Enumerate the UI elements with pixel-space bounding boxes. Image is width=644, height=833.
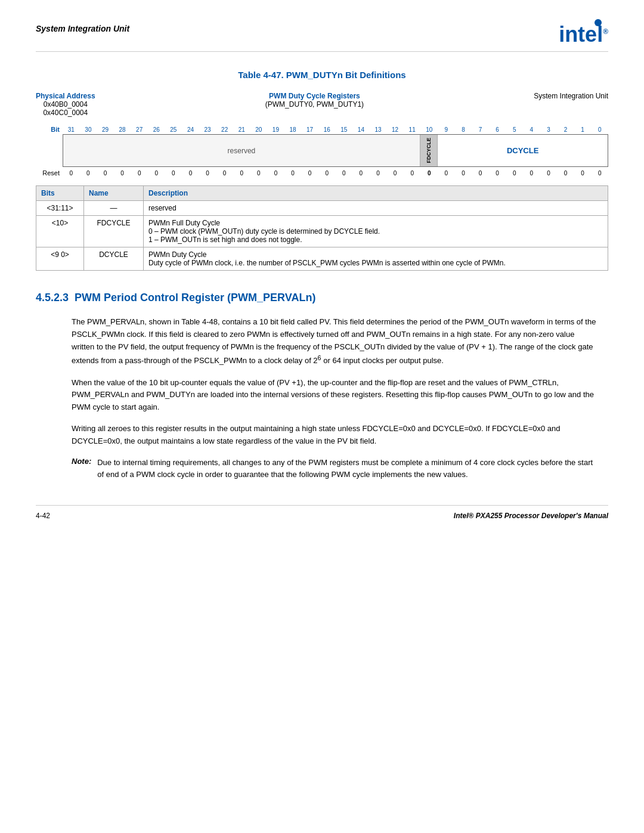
bit-num-11: 11: [404, 126, 421, 133]
r29: 0: [97, 170, 114, 176]
pwm-duty-label: PWM Duty Cycle Registers: [265, 92, 364, 100]
r0: 0: [591, 170, 608, 176]
bit-num-19: 19: [267, 126, 284, 133]
r1: 0: [574, 170, 592, 176]
bit-num-24: 24: [182, 126, 199, 133]
bit-num-12: 12: [386, 126, 404, 133]
r28: 0: [114, 170, 131, 176]
col-header-bits: Bits: [36, 186, 84, 201]
bit-num-31: 31: [63, 126, 80, 133]
bit-num-10: 10: [420, 126, 438, 133]
cell-dcycle: DCYCLE: [438, 135, 608, 166]
desc-line-2b: Duty cycle of PWMn clock, i.e. the numbe…: [148, 259, 603, 267]
section-number: 4.5.2.3: [36, 292, 69, 304]
r25: 0: [165, 170, 182, 176]
table-row: <31:11> — reserved: [36, 201, 608, 216]
r8: 0: [455, 170, 472, 176]
bits-cell-2: <9 0>: [36, 247, 84, 271]
page: System Integration Unit intel® Table 4-4…: [0, 0, 644, 544]
r22: 0: [216, 170, 233, 176]
name-cell-0: —: [84, 201, 144, 216]
r14: 0: [352, 170, 370, 176]
r7: 0: [472, 170, 489, 176]
col-header-desc: Description: [144, 186, 608, 201]
description-table: Bits Name Description <31:11> — reserved…: [36, 185, 608, 271]
r20: 0: [250, 170, 268, 176]
bit-numbers-container: 31 30 29 28 27 26 25 24 23 22 21 20 19 1…: [63, 126, 608, 133]
bit-num-14: 14: [352, 126, 370, 133]
r19: 0: [267, 170, 284, 176]
desc-cell-0: reserved: [144, 201, 608, 216]
bit-num-28: 28: [114, 126, 131, 133]
physical-address-value2: 0x40C0_0004: [36, 109, 95, 117]
r31: 0: [63, 170, 80, 176]
page-footer: 4-42 Intel® PXA255 Processor Developer's…: [36, 505, 608, 520]
r24: 0: [182, 170, 199, 176]
bit-num-21: 21: [233, 126, 250, 133]
section-header: 4.5.2.3 PWM Period Control Register (PWM…: [36, 292, 608, 304]
reset-cells: 0 0 0 0 0 0 0 0 0 0 0 0 0 0 0 0 0 0 0 0 …: [63, 170, 608, 176]
note-block: Note: Due to internal timing requirement…: [72, 457, 596, 482]
r26: 0: [148, 170, 165, 176]
bits-cell-1: <10>: [36, 216, 84, 247]
body-paragraph-2: When the value of the 10 bit up-counter …: [72, 377, 596, 414]
r3: 0: [540, 170, 558, 176]
footer-document-title: Intel® PXA255 Processor Developer's Manu…: [454, 512, 608, 520]
r13: 0: [370, 170, 387, 176]
desc-cell-2: PWMn Duty Cycle Duty cycle of PWMn clock…: [144, 247, 608, 271]
section-title: PWM Period Control Register (PWM_PERVALn…: [75, 292, 315, 304]
r18: 0: [284, 170, 302, 176]
r10: 0: [420, 170, 438, 176]
page-header: System Integration Unit intel®: [36, 24, 608, 52]
name-cell-1: FDCYCLE: [84, 216, 144, 247]
cell-reserved: reserved: [63, 135, 420, 166]
bit-num-3: 3: [540, 126, 558, 133]
bit-num-26: 26: [148, 126, 165, 133]
bit-num-13: 13: [370, 126, 387, 133]
bit-num-17: 17: [301, 126, 318, 133]
register-visual: reserved FDCYCLE DCYCLE: [63, 134, 608, 167]
name-cell-2: DCYCLE: [84, 247, 144, 271]
bit-num-5: 5: [506, 126, 523, 133]
bit-label: Bit: [36, 126, 63, 133]
body-paragraph-3: Writing all zeroes to this register resu…: [72, 423, 596, 448]
bit-numbers-row: Bit 31 30 29 28 27 26 25 24 23 22 21 20 …: [36, 126, 608, 133]
bit-num-8: 8: [455, 126, 472, 133]
pwm-duty-block: PWM Duty Cycle Registers (PWM_DUTY0, PWM…: [265, 92, 364, 109]
bit-num-1: 1: [574, 126, 592, 133]
r17: 0: [301, 170, 318, 176]
bit-num-0: 0: [591, 126, 608, 133]
desc-line-1c: 1 – PWM_OUTn is set high and does not to…: [148, 236, 603, 244]
desc-cell-1: PWMn Full Duty Cycle 0 – PWM clock (PWM_…: [144, 216, 608, 247]
sys-int-block: System Integration Unit: [534, 92, 608, 100]
header-title: System Integration Unit: [36, 24, 129, 33]
reset-label: Reset: [36, 169, 63, 176]
register-visual-row: reserved FDCYCLE DCYCLE: [36, 134, 608, 167]
r2: 0: [557, 170, 574, 176]
bit-num-7: 7: [472, 126, 489, 133]
bit-num-15: 15: [336, 126, 353, 133]
physical-address-label: Physical Address: [36, 92, 95, 100]
pwm-duty-value: (PWM_DUTY0, PWM_DUTY1): [265, 100, 364, 109]
bit-num-2: 2: [557, 126, 574, 133]
bit-num-20: 20: [250, 126, 268, 133]
bit-num-30: 30: [80, 126, 97, 133]
bits-cell-0: <31:11>: [36, 201, 84, 216]
r16: 0: [318, 170, 336, 176]
bit-num-9: 9: [438, 126, 455, 133]
r6: 0: [489, 170, 506, 176]
reset-row: Reset 0 0 0 0 0 0 0 0 0 0 0 0 0 0 0 0 0 …: [36, 169, 608, 176]
footer-page-number: 4-42: [36, 512, 50, 520]
r5: 0: [506, 170, 523, 176]
note-text: Due to internal timing requirements, all…: [97, 457, 596, 482]
r30: 0: [80, 170, 97, 176]
table-title: Table 4-47. PWM_DUTYn Bit Definitions: [36, 70, 608, 80]
desc-line-1b: 0 – PWM clock (PWM_OUTn) duty cycle is d…: [148, 227, 603, 236]
physical-address-block: Physical Address 0x40B0_0004 0x40C0_0004: [36, 92, 95, 117]
r11: 0: [404, 170, 421, 176]
bit-num-6: 6: [489, 126, 506, 133]
cell-fdcycle: FDCYCLE: [420, 135, 438, 166]
bit-num-18: 18: [284, 126, 302, 133]
r27: 0: [131, 170, 148, 176]
body-paragraph-1: The PWM_PERVALn, shown in Table 4-48, co…: [72, 316, 596, 368]
